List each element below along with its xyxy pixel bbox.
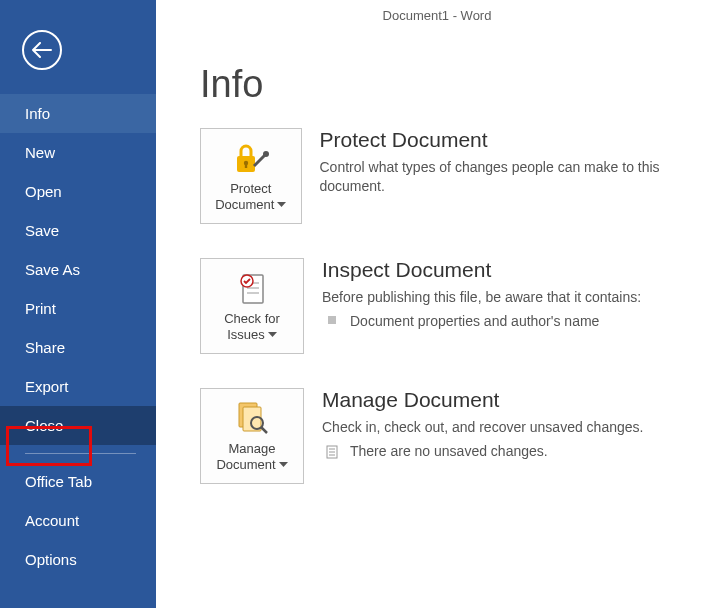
nav-divider	[25, 453, 136, 454]
tile-label-line1: Check for	[224, 311, 280, 327]
svg-point-3	[263, 151, 269, 157]
protect-title: Protect Document	[320, 128, 719, 152]
page-title: Info	[200, 63, 718, 106]
inspect-bullet: Document properties and author's name	[350, 313, 599, 329]
nav-label: Save	[25, 222, 59, 239]
nav-label: Close	[25, 417, 63, 434]
nav-label: Options	[25, 551, 77, 568]
manage-document-button[interactable]: Manage Document	[200, 388, 304, 484]
chevron-down-icon	[279, 462, 288, 468]
chevron-down-icon	[277, 202, 286, 208]
main-pane: Document1 - Word Info Protect Document	[156, 0, 718, 608]
protect-desc: Control what types of changes people can…	[320, 158, 719, 196]
back-button[interactable]	[22, 30, 62, 70]
svg-line-13	[261, 427, 267, 433]
section-manage: Manage Document Manage Document Check in…	[200, 388, 718, 484]
nav-options[interactable]: Options	[0, 540, 156, 579]
manage-title: Manage Document	[322, 388, 643, 412]
nav-label: Info	[25, 105, 50, 122]
documents-magnifier-icon	[233, 401, 271, 437]
chevron-down-icon	[268, 332, 277, 338]
manage-desc: Check in, check out, and recover unsaved…	[322, 418, 643, 437]
manage-bullet: There are no unsaved changes.	[350, 443, 548, 459]
tile-label-line2: Document	[215, 197, 274, 213]
lock-key-icon	[232, 142, 270, 176]
nav-share[interactable]: Share	[0, 328, 156, 367]
svg-rect-2	[245, 164, 247, 168]
protect-document-button[interactable]: Protect Document	[200, 128, 302, 224]
nav-account[interactable]: Account	[0, 501, 156, 540]
nav-new[interactable]: New	[0, 133, 156, 172]
bullet-square-icon	[322, 315, 342, 325]
inspect-title: Inspect Document	[322, 258, 641, 282]
document-small-icon	[322, 445, 342, 459]
window-title: Document1 - Word	[156, 0, 718, 23]
nav-label: Export	[25, 378, 68, 395]
section-protect: Protect Document Protect Document Contro…	[200, 128, 718, 224]
arrow-left-icon	[32, 42, 52, 58]
backstage-sidebar: Info New Open Save Save As Print Share E…	[0, 0, 156, 608]
tile-label-line1: Protect	[215, 181, 286, 197]
nav-office-tab[interactable]: Office Tab	[0, 462, 156, 501]
nav-label: New	[25, 144, 55, 161]
tile-label-line2: Document	[216, 457, 275, 473]
nav-label: Open	[25, 183, 62, 200]
nav-label: Account	[25, 512, 79, 529]
nav-label: Save As	[25, 261, 80, 278]
nav-info[interactable]: Info	[0, 94, 156, 133]
tile-label-line1: Manage	[216, 441, 287, 457]
document-check-icon	[235, 271, 269, 307]
nav-label: Office Tab	[25, 473, 92, 490]
nav-open[interactable]: Open	[0, 172, 156, 211]
section-inspect: Check for Issues Inspect Document Before…	[200, 258, 718, 354]
nav-close[interactable]: Close	[0, 406, 156, 445]
nav-label: Share	[25, 339, 65, 356]
nav-save[interactable]: Save	[0, 211, 156, 250]
tile-label-line2: Issues	[227, 327, 265, 343]
inspect-desc: Before publishing this file, be aware th…	[322, 288, 641, 307]
svg-rect-9	[328, 316, 336, 324]
check-for-issues-button[interactable]: Check for Issues	[200, 258, 304, 354]
nav-save-as[interactable]: Save As	[0, 250, 156, 289]
nav-print[interactable]: Print	[0, 289, 156, 328]
nav-export[interactable]: Export	[0, 367, 156, 406]
nav-label: Print	[25, 300, 56, 317]
